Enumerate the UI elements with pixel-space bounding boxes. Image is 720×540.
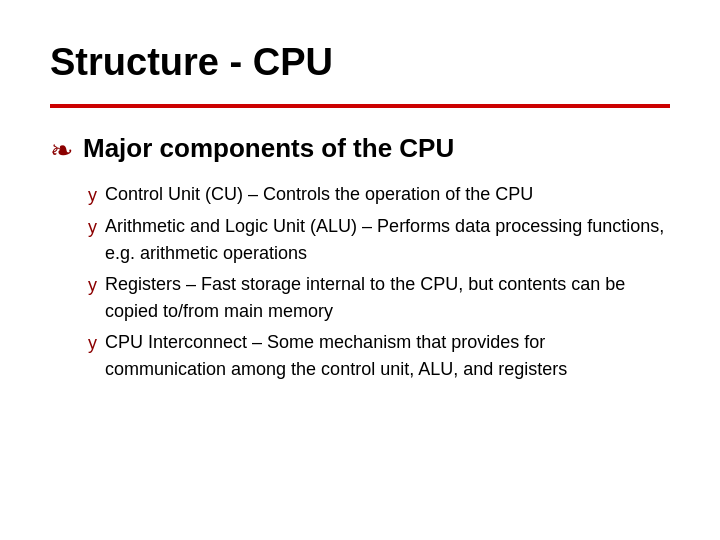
title-divider <box>50 104 670 108</box>
sub-bullet-text-2: Arithmetic and Logic Unit (ALU) – Perfor… <box>105 213 670 267</box>
sub-bullet-icon-4: y <box>88 330 97 357</box>
title-section: Structure - CPU <box>50 40 670 86</box>
slide: Structure - CPU ❧ Major components of th… <box>0 0 720 540</box>
sub-bullet-1: y Control Unit (CU) – Controls the opera… <box>88 181 670 209</box>
sub-bullet-text-4: CPU Interconnect – Some mechanism that p… <box>105 329 670 383</box>
sub-bullet-2: y Arithmetic and Logic Unit (ALU) – Perf… <box>88 213 670 267</box>
sub-bullet-text-1: Control Unit (CU) – Controls the operati… <box>105 181 533 208</box>
slide-title: Structure - CPU <box>50 40 670 86</box>
main-bullet-icon: ❧ <box>50 134 73 168</box>
sub-bullets-list: y Control Unit (CU) – Controls the opera… <box>88 181 670 383</box>
main-bullet: ❧ Major components of the CPU <box>50 132 670 168</box>
sub-bullet-icon-3: y <box>88 272 97 299</box>
sub-bullet-icon-1: y <box>88 182 97 209</box>
slide-content: ❧ Major components of the CPU y Control … <box>50 132 670 384</box>
sub-bullet-icon-2: y <box>88 214 97 241</box>
sub-bullet-3: y Registers – Fast storage internal to t… <box>88 271 670 325</box>
sub-bullet-text-3: Registers – Fast storage internal to the… <box>105 271 670 325</box>
sub-bullet-4: y CPU Interconnect – Some mechanism that… <box>88 329 670 383</box>
main-bullet-text: Major components of the CPU <box>83 132 454 166</box>
